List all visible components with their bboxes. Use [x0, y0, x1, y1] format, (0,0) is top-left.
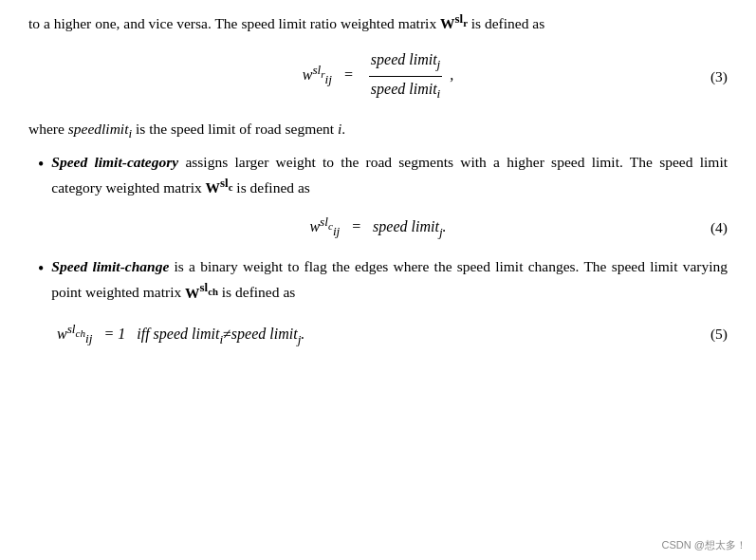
bullet-item-1: • Speed limit-category assigns larger we…: [38, 151, 728, 199]
equation-5-block: wslchij = 1 iff speed limiti≠speed limit…: [28, 320, 728, 349]
equation-4: wslcij = speed limitj.: [309, 213, 446, 242]
where-line: where speedlimiti is the speed limit of …: [28, 118, 728, 143]
eq5-period: .: [301, 326, 304, 342]
eq3-numerator: speed limitj: [369, 48, 442, 77]
term-speed-limit-change: Speed limit-change: [51, 258, 169, 274]
bullet-item-2: • Speed limit-change is a binary weight …: [38, 255, 728, 304]
is-defined-as: is defined as: [468, 15, 544, 31]
eq3-number: (3): [710, 65, 728, 88]
term-speed-limit-category: Speed limit-category: [51, 154, 178, 170]
w-slc: wslcij: [309, 218, 343, 234]
eq5-number: (5): [710, 323, 728, 345]
W-slr-symbol: Wslr: [440, 15, 468, 31]
w-slr: wslrij: [303, 66, 336, 83]
eq4-number: (4): [710, 216, 728, 239]
eq5-equals: = 1: [103, 326, 125, 342]
intro-paragraph: to a higher one, and vice versa. The spe…: [28, 9, 728, 35]
equation-4-block: wslcij = speed limitj. (4): [28, 213, 728, 242]
where-text: where: [28, 121, 68, 137]
eq3-fraction: speed limitj speed limiti: [369, 48, 442, 104]
W-slr-main: W: [440, 15, 455, 31]
watermark: CSDN @想太多！: [662, 538, 747, 552]
speedlimit-i: speedlimiti: [68, 121, 132, 137]
bullet-text-2: Speed limit-change is a binary weight to…: [51, 255, 728, 304]
W-slr-sup: slr: [455, 11, 468, 26]
bullet-section-2: • Speed limit-change is a binary weight …: [38, 255, 728, 304]
eq5-text2: speed limit: [231, 326, 298, 342]
bullet-dot-2: •: [38, 257, 44, 281]
eq5-neq: ≠: [223, 326, 231, 342]
eq3-comma: ,: [450, 66, 453, 83]
equation-3: wslrij = speed limitj speed limiti ,: [303, 48, 454, 104]
eq3-denominator: speed limiti: [369, 77, 442, 104]
W-slch-symbol: Wslch: [185, 285, 218, 301]
w-slch: wslchij: [57, 326, 96, 342]
is-defined-as-3: is defined as: [218, 285, 295, 301]
is-defined-as-2: is defined as: [232, 179, 309, 196]
bullet-section-1: • Speed limit-category assigns larger we…: [38, 151, 728, 199]
where-period: .: [341, 121, 345, 137]
eq5-text: speed limit: [154, 326, 220, 342]
where-rest: is the speed limit of road segment: [132, 121, 338, 137]
equation-5: wslchij = 1 iff speed limiti≠speed limit…: [57, 320, 304, 349]
W-slc-symbol: Wslc: [206, 179, 233, 196]
intro-text: to a higher one, and vice versa. The spe…: [28, 15, 440, 31]
main-content: to a higher one, and vice versa. The spe…: [28, 9, 728, 349]
eq3-equals: =: [343, 66, 354, 83]
bullet-dot-1: •: [38, 153, 44, 177]
eq4-text: speed limit: [373, 218, 439, 234]
eq4-equals: =: [351, 218, 361, 234]
eq5-iff: iff: [137, 326, 153, 342]
eq4-period: .: [443, 218, 447, 234]
bullet-text-1: Speed limit-category assigns larger weig…: [51, 151, 728, 199]
equation-3-block: wslrij = speed limitj speed limiti , (3): [28, 48, 728, 104]
